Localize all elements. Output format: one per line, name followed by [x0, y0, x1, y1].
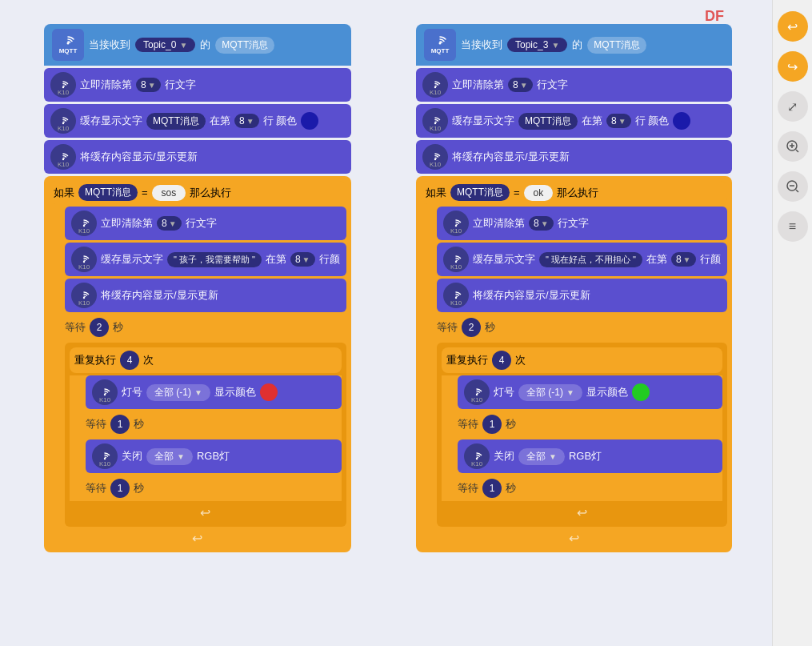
left-led-color[interactable] [260, 383, 278, 401]
svg-point-6 [83, 297, 85, 299]
canvas-area: DF MQTT 当接收到 Topic_0 ▼ 的 MQTT消息 [0, 0, 772, 646]
left-if-container: 如果 MQTT消息 = sos 那么执行 K10 [44, 176, 351, 552]
left-inner-buffer-val-1: " 孩子，我需要帮助 " [167, 252, 262, 267]
right-repeat-row: 重复执行 4 次 [442, 347, 722, 373]
svg-line-21 [796, 150, 798, 152]
left-buffer-block-1: K10 缓存显示文字 MQTT消息 在第 8▼ 行 颜色 [44, 104, 351, 138]
transform-button[interactable]: ⤢ [778, 91, 808, 122]
right-inner-k10-2: K10 [443, 247, 469, 272]
left-inner-clear-1: K10 立即清除第 8▼ 行文字 [65, 207, 346, 240]
right-topic-dropdown[interactable]: Topic_3 ▼ [507, 38, 567, 52]
left-buffer-color-1[interactable] [301, 112, 318, 130]
left-repeat-num[interactable]: 4 [120, 351, 139, 370]
svg-point-10 [434, 86, 436, 88]
right-inner-k10-3: K10 [443, 283, 469, 308]
right-toolbar: ↩ ↪ ⤢ ≡ [772, 0, 812, 646]
right-connector: 的 [572, 38, 582, 52]
left-trigger-text: 当接收到 [89, 38, 130, 52]
right-buffer-value-1: MQTT消息 [518, 113, 578, 130]
right-if-var: MQTT消息 [450, 184, 510, 201]
right-buffer-block-1: K10 缓存显示文字 MQTT消息 在第 8▼ 行 颜色 [416, 104, 732, 138]
svg-point-12 [434, 158, 436, 160]
right-rgb-range[interactable]: 全部▼ [518, 448, 565, 465]
right-k10-icon-2: K10 [422, 108, 448, 134]
svg-point-5 [83, 261, 85, 263]
right-k10-icon-1: K10 [422, 72, 448, 98]
left-led-k10: K10 [92, 379, 118, 405]
right-led-color[interactable] [632, 383, 650, 401]
left-if-inner: K10 立即清除第 8▼ 行文字 [49, 207, 346, 527]
left-buffer-value-1: MQTT消息 [146, 113, 206, 130]
left-clear-num-1[interactable]: 8▼ [136, 78, 161, 92]
right-buffer-color-1[interactable] [673, 112, 690, 130]
left-led-range[interactable]: 全部 (-1)▼ [146, 384, 210, 401]
right-k10-icon-3: K10 [422, 144, 448, 170]
svg-line-24 [796, 190, 798, 192]
zoom-in-button[interactable] [778, 131, 808, 162]
right-led-block: K10 灯号 全部 (-1)▼ 显示颜色 [458, 375, 722, 409]
svg-point-7 [104, 394, 106, 395]
right-update-label-1: 将缓存内容显示/显示更新 [452, 150, 570, 164]
undo-button[interactable]: ↩ [778, 11, 808, 42]
right-rgb-block: K10 关闭 全部▼ RGB灯 [458, 439, 722, 473]
left-clear-suffix-1: 行文字 [165, 78, 196, 92]
left-inner-k10-2: K10 [71, 247, 97, 272]
right-inner-update-1: K10 将缓存内容显示/显示更新 [437, 279, 727, 312]
left-if-value[interactable]: sos [152, 185, 186, 201]
right-repeat-wait-1: 等待 1 秒 [458, 411, 722, 437]
svg-point-17 [476, 458, 478, 459]
right-repeat-inner: K10 灯号 全部 (-1)▼ 显示颜色 等待 1 秒 [442, 375, 722, 501]
right-inner-clear-1: K10 立即清除第 8▼ 行文字 [437, 207, 727, 240]
left-rgb-block: K10 关闭 全部▼ RGB灯 [86, 439, 342, 473]
right-buffer-num-1[interactable]: 8▼ [606, 114, 631, 128]
svg-point-3 [62, 158, 64, 160]
right-if-inner: K10 立即清除第 8▼ 行文字 K10 [421, 207, 727, 527]
left-clear-label-1: 立即清除第 [80, 78, 132, 92]
left-inner-num-1[interactable]: 8▼ [157, 216, 182, 231]
right-update-block-1: K10 将缓存内容显示/显示更新 [416, 140, 732, 174]
right-block-group: MQTT 当接收到 Topic_3 ▼ 的 MQTT消息 K10 [416, 24, 732, 552]
left-rgb-range[interactable]: 全部▼ [146, 448, 193, 465]
right-clear-num-1[interactable]: 8▼ [508, 78, 533, 92]
left-update-block-1: K10 将缓存内容显示/显示更新 [44, 140, 351, 174]
left-if-var: MQTT消息 [78, 184, 138, 201]
left-mqtt-icon: MQTT [52, 29, 84, 61]
left-k10-icon-3: K10 [50, 144, 76, 170]
right-header-block: MQTT 当接收到 Topic_3 ▼ 的 MQTT消息 [416, 24, 732, 66]
svg-point-9 [439, 42, 442, 45]
right-repeat-tail: ↩ [442, 504, 722, 522]
svg-point-16 [476, 394, 478, 395]
zoom-out-button[interactable] [778, 171, 808, 202]
fit-button[interactable]: ≡ [778, 211, 808, 242]
left-header-block: MQTT 当接收到 Topic_0 ▼ 的 MQTT消息 [44, 24, 351, 66]
right-clear-block-1: K10 立即清除第 8▼ 行文字 [416, 68, 732, 102]
svg-point-4 [83, 225, 85, 227]
left-repeat-row: 重复执行 4 次 [70, 347, 342, 373]
redo-button[interactable]: ↪ [778, 51, 808, 82]
right-repeat-wait-2: 等待 1 秒 [458, 475, 722, 501]
left-repeat-tail: ↩ [70, 504, 342, 522]
right-led-range[interactable]: 全部 (-1)▼ [518, 384, 582, 401]
right-repeat-container: 重复执行 4 次 [437, 343, 727, 527]
left-repeat-wait-1: 等待 1 秒 [86, 411, 342, 437]
right-led-k10: K10 [464, 379, 490, 405]
right-if-value[interactable]: ok [524, 185, 554, 201]
left-update-label-1: 将缓存内容显示/显示更新 [80, 150, 198, 164]
left-buffer-num-1[interactable]: 8▼ [234, 114, 259, 128]
left-k10-icon-2: K10 [50, 108, 76, 134]
svg-point-13 [455, 225, 457, 227]
left-k10-icon-1: K10 [50, 72, 76, 98]
right-if-tail: ↩ [421, 529, 727, 548]
left-wait-1: 等待 2 秒 [65, 315, 346, 340]
right-rgb-k10: K10 [464, 443, 490, 469]
right-mqtt-icon: MQTT [424, 29, 456, 61]
left-topic-dropdown[interactable]: Topic_0 ▼ [135, 38, 195, 52]
left-if-prefix: 如果 [54, 186, 74, 200]
left-wait-num-1[interactable]: 2 [90, 318, 109, 337]
right-trigger-text: 当接收到 [461, 38, 502, 52]
left-rgb-k10: K10 [92, 443, 118, 469]
svg-point-2 [62, 122, 64, 124]
right-message-pill: MQTT消息 [587, 37, 646, 54]
left-buffer-label-1: 缓存显示文字 [80, 114, 142, 128]
left-inner-buffer-1: K10 缓存显示文字 " 孩子，我需要帮助 " 在第 8▼ 行颜 [65, 243, 346, 276]
